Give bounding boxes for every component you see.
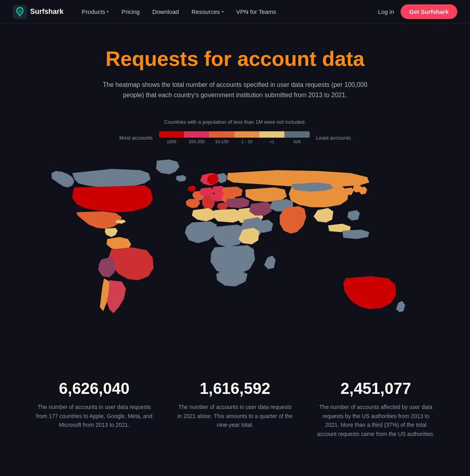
legend-tick-less1: <1 [259, 139, 284, 144]
map-container [24, 150, 446, 357]
login-link[interactable]: Log in [378, 8, 394, 15]
legend-segment-10-100 [209, 131, 234, 138]
north-africa-east [213, 209, 241, 223]
legend-ticks: ≥200 100-200 10-100 1 - 10 <1 N/A [159, 139, 310, 144]
logo[interactable]: Surfshark [13, 5, 63, 19]
stat-number-0: 6,626,040 [35, 380, 154, 396]
legend-segment-1-10 [234, 131, 259, 138]
get-surfshark-button[interactable]: Get Surfshark [401, 4, 457, 19]
legend-label-least: Least accounts [316, 135, 351, 141]
stat-desc-1: The number of accounts in user data requ… [176, 403, 295, 429]
navigation: Surfshark Products ▾ Pricing Download Re… [0, 0, 470, 24]
stat-number-2: 2,451,077 [317, 380, 435, 396]
legend-segment-less1 [259, 131, 284, 138]
logo-text: Surfshark [30, 8, 63, 16]
nav-products[interactable]: Products ▾ [76, 5, 114, 18]
turkey [226, 198, 249, 208]
stat-desc-2: The number of accounts affected by user … [317, 403, 435, 438]
legend-container: Countries with a population of less than… [32, 119, 438, 144]
stat-desc-0: The number of accounts in user data requ… [35, 403, 154, 429]
nav-pricing[interactable]: Pricing [116, 5, 145, 18]
page-title: Requests for account data [32, 48, 438, 70]
legend-note: Countries with a population of less than… [32, 119, 438, 125]
page-subtitle: The heatmap shows the total number of ac… [100, 80, 370, 100]
legend-tick-1-10: 1 - 10 [234, 139, 259, 144]
stat-item-2: 2,451,077 The number of accounts affecte… [317, 380, 435, 438]
legend-bar [159, 131, 310, 138]
stat-number-1: 1,616,592 [176, 380, 295, 396]
iran [249, 202, 271, 215]
nav-right: Log in Get Surfshark [378, 4, 457, 19]
legend-tick-200: ≥200 [159, 139, 184, 144]
nav-resources[interactable]: Resources ▾ [186, 5, 229, 18]
legend-segment-na [284, 131, 309, 138]
legend-tick-10-100: 10-100 [209, 139, 234, 144]
stats-row: 6,626,040 The number of accounts in user… [32, 380, 438, 438]
chevron-down-icon: ▾ [222, 10, 224, 14]
main-content: Requests for account data The heatmap sh… [0, 24, 470, 470]
legend: Most accounts ≥200 100-200 10-100 1 - 10… [32, 131, 438, 144]
legend-tick-na: N/A [284, 139, 309, 144]
legend-bar-wrap: ≥200 100-200 10-100 1 - 10 <1 N/A [159, 131, 310, 144]
legend-segment-100-200 [184, 131, 209, 138]
legend-tick-100-200: 100-200 [184, 139, 209, 144]
legend-label-most: Most accounts [119, 135, 153, 141]
stat-item-1: 1,616,592 The number of accounts in user… [176, 380, 295, 429]
world-map [25, 150, 445, 357]
nav-links: Products ▾ Pricing Download Resources ▾ … [76, 5, 378, 18]
legend-segment-200plus [159, 131, 184, 138]
nav-vpn-teams[interactable]: VPN for Teams [231, 5, 282, 18]
chevron-down-icon: ▾ [107, 10, 109, 14]
nav-download[interactable]: Download [147, 5, 184, 18]
stat-item-0: 6,626,040 The number of accounts in user… [35, 380, 154, 429]
